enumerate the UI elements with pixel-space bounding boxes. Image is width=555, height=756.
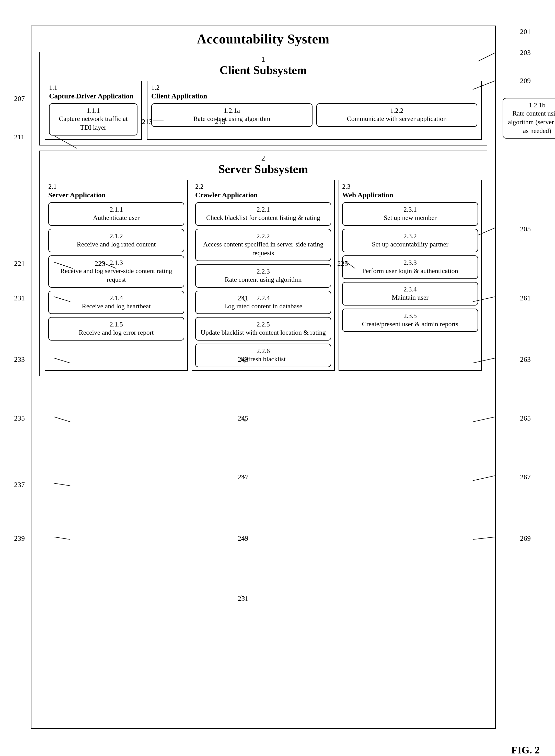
mod-226-text: Refresh blacklist [200,355,327,364]
web-app-number: 2.3 [342,183,478,191]
module-2-1-4: 2.1.4 Receive and log heartbeat [48,291,184,314]
mod-222-num: 2.2.2 [200,232,327,240]
fig-label: FIG. 2 [511,744,540,756]
ref-239: 239 [14,534,25,543]
side-box-number: 1.2.1b [507,102,555,109]
mod-222-text: Access content specified in server-side … [200,240,327,257]
capture-driver-title: Capture Driver Application [49,91,137,101]
mod-225-num: 2.2.5 [200,321,327,328]
ref-203: 203 [520,49,531,57]
module-1-2-1a: 1.2.1a Rate content using algorithm [151,103,312,127]
web-app-title: Web Application [342,191,478,200]
module-2-1-3: 2.1.3 Receive and log server-side conten… [48,255,184,288]
mod-111-number: 1.1.1 [53,107,133,115]
web-app-items: 2.3.1 Set up new member 2.3.2 Set up acc… [342,202,478,332]
server-app-items: 2.1.1 Authenticate user 2.1.2 Receive an… [48,202,184,341]
ref-265: 265 [520,414,531,422]
mod-214-text: Receive and log heartbeat [53,302,180,311]
ref-235: 235 [14,414,25,422]
client-subsystem-box: 1 Client Subsystem 1.1 Capture Driver Ap… [39,52,487,146]
mod-221-text: Check blacklist for content listing & ra… [200,213,327,222]
mod-235-num: 2.3.5 [346,312,474,320]
crawler-app-number: 2.2 [195,183,331,191]
ref-231: 231 [14,294,25,302]
module-2-3-5: 2.3.5 Create/present user & admin report… [342,309,478,332]
mod-224-text: Log rated content in database [200,302,327,311]
ref-263: 263 [520,355,531,364]
side-box-text: Rate content using algorithm (server sid… [507,109,555,135]
server-subsystem-title: Server Subsystem [45,162,482,176]
module-2-2-3: 2.2.3 Rate content using algorithm [195,264,331,288]
mod-215-num: 2.1.5 [53,321,180,328]
side-box-1-2-1b: 1.2.1b Rate content using algorithm (ser… [503,98,555,138]
mod-234-num: 2.3.4 [346,286,474,293]
module-2-2-2: 2.2.2 Access content specified in server… [195,229,331,261]
main-title: Accountability System [32,26,495,49]
ref-209: 209 [520,77,531,85]
mod-212-num: 2.1.2 [53,232,180,240]
mod-231-num: 2.3.1 [346,206,474,213]
capture-driver-items: 1.1.1 Capture network traffic at TDI lay… [49,103,137,135]
mod-224-num: 2.2.4 [200,294,327,302]
capture-driver-number: 1.1 [49,84,137,91]
server-app-number: 2.1 [48,183,184,191]
server-subsystem-number: 2 [45,154,482,162]
server-subsystem-box: 2 Server Subsystem 2.1 Server Applicatio… [39,151,487,376]
mod-212-text: Receive and log rated content [53,240,180,249]
ref-267: 267 [520,473,531,481]
module-2-3-1: 2.3.1 Set up new member [342,202,478,226]
server-app-title: Server Application [48,191,184,200]
client-subsystem-number: 1 [45,55,482,64]
mod-232-num: 2.3.2 [346,232,474,240]
web-app-column: 2.3 Web Application 2.3.1 Set up new mem… [339,180,482,371]
module-2-1-1: 2.1.1 Authenticate user [48,202,184,226]
page-container: 201 203 209 [0,10,555,756]
module-1-2-2: 1.2.2 Communicate with server applicatio… [316,103,478,127]
client-app-inner: 1.2.1a Rate content using algorithm 1.2.… [151,103,477,127]
ref-233: 233 [14,355,25,364]
module-2-3-3: 2.3.3 Perform user login & authenticatio… [342,255,478,279]
ref-201: 201 [520,28,531,36]
mod-231-text: Set up new member [346,213,474,222]
ref-207: 207 [14,94,25,103]
module-2-2-1: 2.2.1 Check blacklist for content listin… [195,202,331,226]
capture-driver-box: 1.1 Capture Driver Application 1.1.1 Cap… [45,81,142,140]
mod-234-text: Maintain user [346,293,474,302]
ref-221: 221 [14,260,25,268]
client-app-box: 1.2 Client Application 1.2.1a Rate conte… [147,81,482,140]
mod-211-num: 2.1.1 [53,206,180,213]
mod-235-text: Create/present user & admin reports [346,320,474,328]
server-app-column: 2.1 Server Application 2.1.1 Authenticat… [45,180,188,371]
client-app-number: 1.2 [151,84,477,91]
mod-223-num: 2.2.3 [200,268,327,275]
ref-205: 205 [520,225,531,233]
module-1-1-1: 1.1.1 Capture network traffic at TDI lay… [49,103,137,135]
client-app-title: Client Application [151,91,477,101]
ref-237: 237 [14,481,25,489]
client-inner: 1.1 Capture Driver Application 1.1.1 Cap… [45,81,482,140]
module-2-2-4: 2.2.4 Log rated content in database [195,291,331,314]
module-2-1-2: 2.1.2 Receive and log rated content [48,229,184,252]
crawler-app-title: Crawler Application [195,191,331,200]
mod-213-text: Receive and log server-side content rati… [53,267,180,284]
main-box: Accountability System 1 Client Subsystem… [31,26,496,729]
mod-233-num: 2.3.3 [346,259,474,267]
mod-122-number: 1.2.2 [321,107,473,115]
mod-221-num: 2.2.1 [200,206,327,213]
mod-225-text: Update blacklist with content location &… [200,328,327,337]
module-2-2-6: 2.2.6 Refresh blacklist [195,344,331,367]
ref-211: 211 [14,133,25,141]
mod-121a-text: Rate content using algorithm [156,115,308,123]
mod-233-text: Perform user login & authentication [346,267,474,275]
mod-121a-number: 1.2.1a [156,107,308,115]
mod-213-num: 2.1.3 [53,259,180,267]
ref-261: 261 [520,294,531,302]
module-2-1-5: 2.1.5 Receive and log error report [48,317,184,341]
crawler-app-column: 2.2 Crawler Application 2.2.1 Check blac… [191,180,335,371]
mod-223-text: Rate content using algorithm [200,275,327,284]
server-inner: 2.1 Server Application 2.1.1 Authenticat… [45,180,482,371]
ref-269: 269 [520,534,531,543]
module-2-3-4: 2.3.4 Maintain user [342,282,478,306]
mod-211-text: Authenticate user [53,213,180,222]
module-2-3-2: 2.3.2 Set up accountability partner [342,229,478,252]
